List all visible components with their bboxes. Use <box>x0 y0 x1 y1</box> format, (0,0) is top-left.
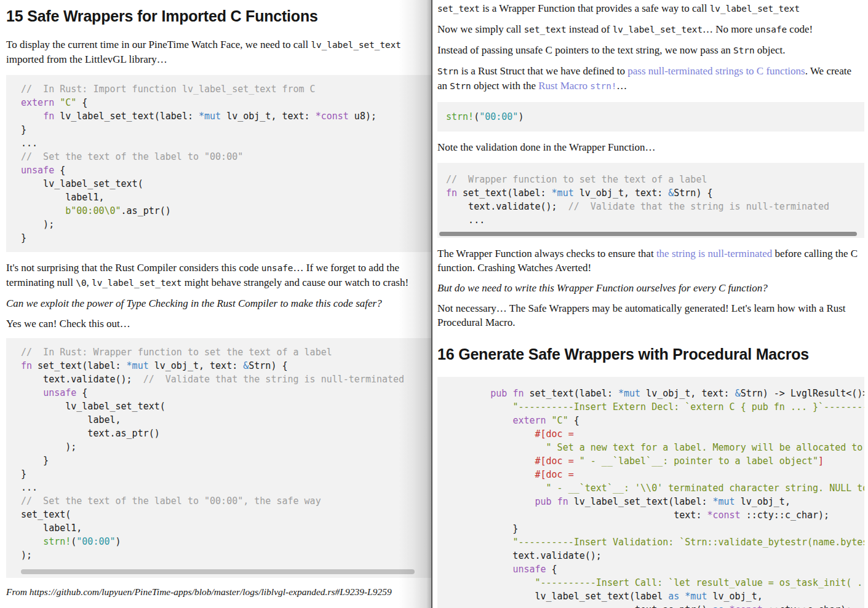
code-block-strn-macro[interactable]: strn!("00:00") <box>437 102 864 132</box>
code-token: Strn) { <box>674 188 712 199</box>
right-column: set_text is a Wrapper Function that prov… <box>437 0 868 608</box>
code-token: & <box>668 188 674 199</box>
code-line: ); <box>21 218 417 231</box>
text-run: Note the validation done in the Wrapper … <box>437 141 656 153</box>
question-paragraph: Can we exploit the power of Type Checkin… <box>6 296 417 310</box>
code-token: as <box>668 591 679 602</box>
answer-paragraph: Yes we can! Check this out… <box>6 317 417 331</box>
left-column: 15 Safe Wrappers for Imported C Function… <box>6 0 432 608</box>
inline-code: unsafe <box>755 25 787 34</box>
code-token: " - __`label`__: pointer to a label obje… <box>579 456 818 467</box>
code-token: } <box>446 523 518 534</box>
code-line: extern "C" { <box>446 414 856 427</box>
code-token: ... <box>21 138 38 149</box>
code-token <box>54 97 60 108</box>
text-run: The Wrapper Function always checks to en… <box>437 248 656 259</box>
horizontal-scrollbar-thumb[interactable] <box>21 569 415 574</box>
code-block-expanded-macro[interactable]: pub fn set_text(label: *mut lv_obj_t, te… <box>437 377 864 608</box>
wrapper-check-paragraph: The Wrapper Function always checks to en… <box>437 247 861 275</box>
code-token: ::cty::c_char); <box>763 604 852 608</box>
strn-object-paragraph: Instead of passing unsafe C pointers to … <box>437 43 861 58</box>
link-rust-macro[interactable]: Rust Macro <box>538 80 590 92</box>
code-token: "----------Insert Validation: `Strn::val… <box>512 537 864 548</box>
code-line: lv_label_set_text( <box>21 400 417 413</box>
code-token: lv_obj_t, text: <box>574 188 669 199</box>
text-run: might behave strangely and cause our wat… <box>181 277 408 288</box>
code-token: // Validate that the string is null-term… <box>143 374 404 385</box>
code-token: #[doc = <box>535 428 574 440</box>
text-run: code! <box>787 23 813 35</box>
code-line: ... <box>446 213 856 227</box>
code-token: *mut <box>685 591 707 602</box>
code-line: #[doc = <box>446 427 856 441</box>
code-token: text: <box>446 510 707 521</box>
code-block-wrapper-function[interactable]: // In Rust: Wrapper function to set the … <box>6 338 432 578</box>
code-line: } <box>446 522 856 535</box>
note-validation-paragraph: Note the validation done in the Wrapper … <box>437 140 861 154</box>
code-line: ); <box>21 548 417 562</box>
link-string-is-null-terminated[interactable]: the string is null-terminated <box>656 248 772 259</box>
code-token: ) <box>116 536 121 547</box>
code-token <box>21 205 65 216</box>
code-token <box>679 591 685 602</box>
code-token <box>21 387 43 398</box>
code-line: " - __`text`__: '\\0' terminated charact… <box>446 481 856 495</box>
inline-code: Strn <box>437 66 458 76</box>
code-line: unsafe { <box>21 386 417 400</box>
code-token: ( <box>474 111 479 122</box>
code-token: { <box>76 387 87 398</box>
code-token: "----------Insert Call: `let result_valu… <box>535 577 865 588</box>
code-line: ); <box>21 440 417 454</box>
code-token: " - __`text`__: '\\0' terminated charact… <box>546 483 864 494</box>
code-token: ); <box>21 550 32 561</box>
code-token: #[doc = <box>535 456 579 467</box>
code-token: text.validate(); <box>446 201 568 212</box>
code-line: "----------Insert Call: `let result_valu… <box>446 576 856 590</box>
text-run: instead of <box>567 23 613 35</box>
code-line: text: *const ::cty::c_char); <box>446 508 856 522</box>
code-token: "00:00" <box>76 536 115 547</box>
code-block-wrapper-validation[interactable]: // Wrapper function to set the text of a… <box>437 163 864 238</box>
link-strn-macro[interactable]: strn! <box>590 81 616 91</box>
code-token: // In Rust: Wrapper function to set the … <box>21 347 332 358</box>
code-token: & <box>735 388 741 399</box>
question-paragraph: But do we need to write this Wrapper Fun… <box>437 281 861 295</box>
code-line: // In Rust: Wrapper function to set the … <box>21 345 417 359</box>
code-token <box>446 415 512 426</box>
code-token: fn <box>557 496 568 507</box>
code-line: // Set the text of the label to "00:00",… <box>21 494 417 508</box>
code-token: b"00:00\0" <box>65 205 121 216</box>
code-token: fn <box>43 111 54 122</box>
code-line: } <box>21 454 417 467</box>
code-line: " Set a new text for a label. Memory wil… <box>446 441 856 454</box>
text-run: It's not surprising that the Rust Compil… <box>6 262 261 274</box>
code-line: } <box>21 123 417 136</box>
code-line: set_text( <box>21 508 417 521</box>
code-line: } <box>21 231 417 245</box>
code-token: text.as_ptr() <box>21 428 160 439</box>
inline-code: Strn <box>733 45 754 55</box>
code-token: "00:00" <box>479 111 518 122</box>
code-token: lv_obj_t, text: <box>640 388 735 399</box>
code-token: unsafe <box>43 387 76 398</box>
section-16-heading: 16 Generate Safe Wrappers with Procedura… <box>437 345 868 363</box>
code-token <box>546 415 552 426</box>
code-line: fn set_text(label: *mut lv_obj_t, text: … <box>21 359 417 373</box>
code-token: " Set a new text for a label. Memory wil… <box>546 442 864 453</box>
text-run: Yes we can! Check this out… <box>6 318 130 330</box>
code-block-import-c-function[interactable]: // In Rust: Import function lv_label_set… <box>6 75 432 252</box>
inline-code: set_text <box>437 4 480 14</box>
link-pass-null-terminated-strings[interactable]: pass null-terminated strings to C functi… <box>627 65 805 77</box>
strn-struct-paragraph: Strn is a Rust Struct that we have defin… <box>437 64 861 93</box>
horizontal-scrollbar-thumb[interactable] <box>439 232 857 236</box>
text-run: , <box>87 277 92 288</box>
code-line: text.validate(); <box>446 549 856 563</box>
code-token <box>446 388 490 399</box>
code-token: lv_obj_t, <box>735 496 790 507</box>
code-token: strn! <box>446 111 474 122</box>
code-line: pub fn set_text(label: *mut lv_obj_t, te… <box>446 387 856 400</box>
code-token: .as_ptr() <box>121 205 171 216</box>
text-run: … No more <box>703 23 755 35</box>
code-token: // In Rust: Import function lv_label_set… <box>21 84 316 95</box>
code-line: fn lv_label_set_text(label: *mut lv_obj_… <box>21 109 417 123</box>
